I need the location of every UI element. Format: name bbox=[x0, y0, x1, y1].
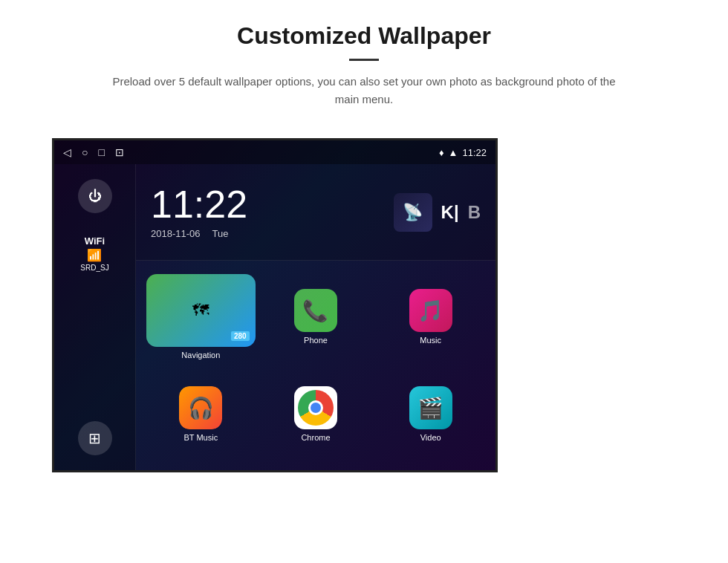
clock-date-value: 2018-11-06 bbox=[151, 228, 201, 239]
apps-grid-button[interactable]: ⊞ bbox=[78, 421, 112, 455]
wifi-status-icon: ▲ bbox=[449, 147, 458, 158]
wifi-info: WiFi 📶 SRD_SJ bbox=[80, 235, 108, 272]
phone-label: Phone bbox=[304, 336, 328, 345]
power-button[interactable]: ⏻ bbox=[78, 179, 112, 213]
clock-day-value: Tue bbox=[212, 228, 229, 239]
b-widget[interactable]: B bbox=[468, 202, 481, 223]
back-icon[interactable]: ◁ bbox=[63, 146, 71, 158]
video-icon: 🎬 bbox=[409, 386, 452, 429]
wifi-bars-icon: 📶 bbox=[80, 248, 108, 262]
clock-area: 11:22 2018-11-06 Tue 📡 K| B bbox=[136, 164, 495, 470]
home-icon[interactable]: ○ bbox=[82, 146, 88, 158]
recents-icon[interactable]: □ bbox=[98, 146, 104, 158]
wifi-ssid: SRD_SJ bbox=[80, 264, 108, 272]
btmusic-label: BT Music bbox=[184, 433, 218, 442]
btmusic-bg: 🎧 bbox=[179, 386, 222, 429]
screenshot-icon[interactable]: ⊡ bbox=[115, 146, 124, 158]
navigation-label: Navigation bbox=[181, 351, 220, 359]
device-area: ◁ ○ □ ⊡ ♦ ▲ 11:22 ⏻ WiFi 📶 SRD_SJ ⊞ bbox=[0, 123, 728, 487]
chrome-circle-outer bbox=[298, 390, 334, 426]
app-music[interactable]: 🎵 Music bbox=[373, 268, 488, 365]
nav-road-badge: 280 bbox=[231, 331, 250, 341]
chrome-label: Chrome bbox=[301, 433, 330, 442]
location-icon: ♦ bbox=[439, 147, 444, 158]
page-subtitle: Preload over 5 default wallpaper options… bbox=[104, 73, 624, 108]
app-video[interactable]: 🎬 Video bbox=[373, 365, 488, 463]
music-label: Music bbox=[420, 336, 441, 345]
app-grid: 🗺 280 Navigation 📞 Phone 🎵 Music bbox=[136, 261, 495, 470]
app-navigation[interactable]: 🗺 280 Navigation bbox=[143, 268, 259, 365]
status-time: 11:22 bbox=[462, 147, 487, 158]
status-bar-left: ◁ ○ □ ⊡ bbox=[63, 146, 124, 158]
music-icon: 🎵 bbox=[409, 289, 452, 332]
app-phone[interactable]: 📞 Phone bbox=[259, 268, 374, 365]
chrome-circle-inner bbox=[308, 400, 323, 415]
clock-section: 11:22 2018-11-06 Tue 📡 K| B bbox=[136, 164, 495, 261]
btmusic-icon: 🎧 bbox=[179, 386, 222, 429]
navigation-icon: 🗺 280 bbox=[146, 274, 256, 347]
clock-time: 11:22 bbox=[151, 185, 394, 224]
screen-content: ⏻ WiFi 📶 SRD_SJ ⊞ 11:22 2018-11-06 Tue bbox=[54, 164, 495, 470]
app-chrome[interactable]: Chrome bbox=[259, 365, 374, 463]
phone-icon: 📞 bbox=[294, 289, 337, 332]
status-bar: ◁ ○ □ ⊡ ♦ ▲ 11:22 bbox=[54, 140, 495, 164]
clock-right-icons: 📡 K| B bbox=[394, 193, 481, 232]
title-divider bbox=[349, 59, 379, 61]
signal-widget[interactable]: 📡 bbox=[394, 193, 432, 232]
app-btmusic[interactable]: 🎧 BT Music bbox=[143, 365, 259, 463]
sidebar: ⏻ WiFi 📶 SRD_SJ ⊞ bbox=[54, 164, 136, 470]
wifi-label: WiFi bbox=[80, 235, 108, 247]
k-widget[interactable]: K| bbox=[441, 202, 459, 223]
clock-display: 11:22 2018-11-06 Tue bbox=[151, 185, 394, 239]
status-bar-right: ♦ ▲ 11:22 bbox=[439, 147, 487, 158]
video-label: Video bbox=[420, 433, 441, 442]
page-title: Customized Wallpaper bbox=[59, 22, 669, 50]
page-header: Customized Wallpaper Preload over 5 defa… bbox=[0, 0, 728, 123]
clock-date: 2018-11-06 Tue bbox=[151, 228, 394, 239]
chrome-icon bbox=[294, 386, 337, 429]
android-screen: ◁ ○ □ ⊡ ♦ ▲ 11:22 ⏻ WiFi 📶 SRD_SJ ⊞ bbox=[52, 138, 498, 472]
